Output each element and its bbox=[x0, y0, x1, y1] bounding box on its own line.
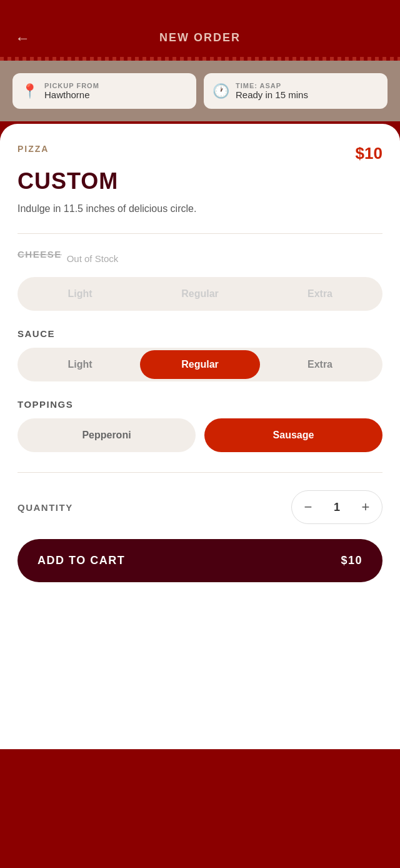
sauce-toggle-group[interactable]: Light Regular Extra bbox=[18, 348, 382, 381]
pickup-text: PICKUP FROM Hawthorne bbox=[44, 82, 99, 100]
sauce-extra-option[interactable]: Extra bbox=[260, 350, 380, 379]
app-header: ← NEW ORDER bbox=[0, 0, 400, 57]
pickup-label: PICKUP FROM bbox=[44, 82, 99, 89]
location-pin-icon: 📍 bbox=[21, 83, 38, 99]
pizza-header: PIZZA $10 bbox=[18, 144, 382, 163]
sauce-label: SAUCE bbox=[18, 328, 382, 339]
topping-sausage[interactable]: Sausage bbox=[204, 418, 382, 452]
add-to-cart-price: $10 bbox=[341, 554, 362, 567]
clock-icon: 🕐 bbox=[212, 83, 229, 99]
time-text: TIME: ASAP Ready in 15 mins bbox=[236, 82, 308, 100]
back-button[interactable]: ← bbox=[15, 29, 30, 47]
quantity-section: QUANTITY − 1 + bbox=[18, 472, 382, 539]
location-bar: 📍 PICKUP FROM Hawthorne 🕐 TIME: ASAP Rea… bbox=[0, 61, 400, 121]
sauce-light-option[interactable]: Light bbox=[20, 350, 140, 379]
pizza-price: $10 bbox=[356, 144, 382, 163]
cheese-toggle-group: Light Regular Extra bbox=[18, 277, 382, 311]
page-title: NEW ORDER bbox=[159, 31, 241, 44]
toppings-label: TOPPINGS bbox=[18, 399, 382, 410]
cheese-label: CHEESE bbox=[18, 249, 62, 260]
header-divider bbox=[0, 57, 400, 61]
quantity-value: 1 bbox=[324, 501, 349, 514]
main-content-card: PIZZA $10 CUSTOM Indulge in 11.5 inches … bbox=[0, 124, 400, 749]
quantity-label: QUANTITY bbox=[18, 502, 73, 513]
add-to-cart-label: ADD TO CART bbox=[38, 554, 125, 567]
topping-pepperoni[interactable]: Pepperoni bbox=[18, 418, 196, 452]
pizza-name: CUSTOM bbox=[18, 168, 382, 194]
toppings-row: Pepperoni Sausage bbox=[18, 418, 382, 452]
time-value: Ready in 15 mins bbox=[236, 89, 308, 100]
quantity-plus-button[interactable]: + bbox=[349, 491, 382, 523]
section-divider-1 bbox=[18, 233, 382, 234]
quantity-control: − 1 + bbox=[291, 490, 382, 524]
pizza-category: PIZZA bbox=[18, 144, 49, 154]
cheese-light-option: Light bbox=[20, 280, 140, 308]
pizza-description: Indulge in 11.5 inches of delicious circ… bbox=[18, 202, 382, 216]
cheese-regular-option: Regular bbox=[140, 280, 260, 308]
quantity-minus-button[interactable]: − bbox=[292, 491, 324, 523]
time-label: TIME: ASAP bbox=[236, 82, 308, 89]
sauce-regular-option[interactable]: Regular bbox=[140, 350, 260, 379]
cheese-extra-option: Extra bbox=[260, 280, 380, 308]
out-of-stock-label: Out of Stock bbox=[67, 253, 119, 264]
time-card[interactable]: 🕐 TIME: ASAP Ready in 15 mins bbox=[204, 73, 388, 109]
pickup-card[interactable]: 📍 PICKUP FROM Hawthorne bbox=[12, 73, 196, 109]
pickup-name: Hawthorne bbox=[44, 89, 99, 100]
add-to-cart-button[interactable]: ADD TO CART $10 bbox=[18, 539, 382, 582]
cheese-section-header: CHEESE Out of Stock bbox=[18, 249, 382, 268]
